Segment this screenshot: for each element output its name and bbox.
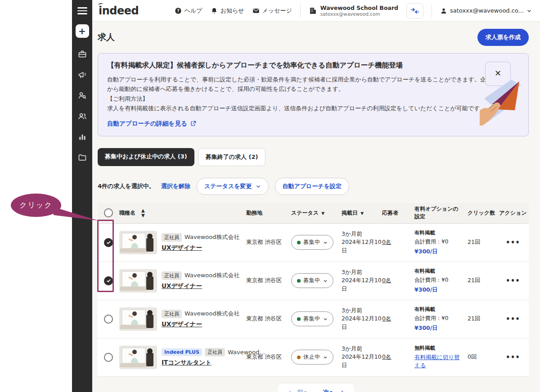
- analytics-bar-chart-icon[interactable]: [78, 132, 87, 141]
- job-title-link[interactable]: UXデザイナー: [162, 320, 202, 329]
- applicants-link[interactable]: 0名: [382, 353, 391, 360]
- building-icon: [309, 7, 317, 15]
- listing-type: 無料掲載: [414, 345, 463, 351]
- switch-to-paid-link[interactable]: 有料掲載に切り替える: [414, 353, 463, 370]
- hamburger-menu-icon[interactable]: [77, 5, 87, 16]
- candidates-people-icon[interactable]: [78, 112, 87, 121]
- table-row: Indeed PLUS 正社員 Wavewood... ITコンサルタント 東京…: [98, 338, 529, 377]
- svg-text:?: ?: [177, 9, 179, 13]
- folder-icon[interactable]: [78, 153, 87, 162]
- auto-approach-banner: ✕ 【有料掲載求人限定】候補者探しからアプローチまでを効率化できる自動アプローチ…: [98, 53, 529, 136]
- col-clicks: クリック数: [468, 209, 498, 217]
- table-row: 正社員 Wavewood株式会社 UXデザイナー 東京都 渋谷区 募集中: [98, 262, 529, 300]
- paper-plane-illustration: [480, 72, 525, 126]
- chevron-down-icon: [256, 184, 261, 189]
- status-dropdown[interactable]: 募集中: [291, 311, 333, 326]
- tab-open-and-paused-jobs[interactable]: 募集中および休止中の求人 (3): [98, 148, 194, 166]
- help-icon: ?: [175, 7, 182, 14]
- col-status[interactable]: ステータス ▼: [291, 209, 342, 217]
- indeed-plus-badge: Indeed PLUS: [162, 348, 202, 356]
- main-content: 求人 求人票を作成 ✕ 【有料掲載求人限定】候補者探しからアプローチまでを効率化…: [92, 22, 540, 392]
- select-all-checkbox[interactable]: [104, 208, 113, 217]
- campaigns-megaphone-icon[interactable]: [78, 70, 87, 79]
- applicants-link[interactable]: 0名: [382, 277, 391, 284]
- employment-type-badge: 正社員: [205, 348, 225, 356]
- applicants-link[interactable]: 0名: [382, 315, 391, 322]
- daily-budget-link[interactable]: ¥300/日: [414, 286, 438, 293]
- notifications-menu[interactable]: お知らせ: [211, 7, 244, 15]
- user-menu-label: satoxxx@wavewood.co...: [450, 7, 524, 14]
- help-label: ヘルプ: [184, 7, 202, 15]
- notifications-label: お知らせ: [220, 7, 244, 15]
- applicants-link[interactable]: 0名: [382, 239, 391, 245]
- create-job-button[interactable]: 求人票を作成: [477, 29, 529, 46]
- switch-account-button[interactable]: [406, 3, 423, 18]
- set-auto-approach-button[interactable]: 自動アプローチを設定: [275, 178, 350, 195]
- posted-date: 2024年12月10日: [342, 353, 382, 370]
- total-fee: 合計費用：¥0: [414, 315, 463, 322]
- job-title-link[interactable]: ITコンサルタント: [162, 359, 212, 367]
- job-title-link[interactable]: UXデザイナー: [162, 282, 202, 290]
- external-link-icon: [190, 120, 197, 127]
- banner-detail-link[interactable]: 自動アプローチの詳細を見る: [107, 120, 519, 128]
- swap-arrows-icon: [410, 7, 419, 14]
- employment-type-badge: 正社員: [162, 271, 182, 280]
- job-list-tabs: 募集中および休止中の求人 (3) 募集終了の求人 (2): [98, 148, 540, 166]
- pagination-next[interactable]: 次へ: [323, 388, 345, 392]
- sort-down-icon: ▼: [359, 211, 364, 216]
- daily-budget-link[interactable]: ¥300/日: [414, 324, 438, 331]
- col-job-title[interactable]: 職種名▲▼: [119, 208, 246, 218]
- bell-icon: [211, 7, 218, 14]
- job-title-link[interactable]: UXデザイナー: [162, 244, 202, 252]
- employment-type-badge: 正社員: [162, 310, 182, 318]
- status-dropdown[interactable]: 募集中: [291, 273, 333, 288]
- chevron-down-icon: [323, 355, 328, 360]
- banner-body-3: 求人を有料掲載後に表示される自動アプローチ送信設定画面より、送信条件および自動ア…: [107, 104, 503, 113]
- row-actions-menu[interactable]: •••: [506, 353, 520, 361]
- table-row: 正社員 Wavewood株式会社 UXデザイナー 東京都 渋谷区 募集中: [98, 224, 529, 262]
- col-posted[interactable]: 掲載日 ▼: [342, 209, 382, 217]
- row-checkbox[interactable]: [104, 315, 113, 324]
- jobs-briefcase-icon[interactable]: [78, 50, 87, 59]
- create-new-plus-button[interactable]: +: [76, 24, 89, 38]
- pagination: 前へ 次へ: [92, 383, 540, 392]
- page-title-bar: 求人 求人票を作成: [92, 22, 540, 50]
- row-checkbox[interactable]: [104, 238, 113, 247]
- col-paid-option: 有料オプションの設定: [414, 205, 468, 221]
- chevron-down-icon: [323, 317, 328, 321]
- account-name: Wavewood School Board: [320, 5, 398, 11]
- job-thumbnail: [119, 269, 157, 293]
- daily-budget-link[interactable]: ¥300/日: [414, 248, 438, 255]
- row-checkbox[interactable]: [104, 353, 113, 362]
- row-actions-menu[interactable]: •••: [506, 315, 520, 323]
- banner-body-1: 自動アプローチを利用することで、事前に設定した必須・歓迎条件を満たす候補者に採用…: [107, 75, 503, 94]
- listing-type: 有料掲載: [414, 268, 463, 275]
- status-dropdown[interactable]: 募集中: [291, 235, 333, 250]
- help-menu[interactable]: ? ヘルプ: [175, 7, 202, 15]
- job-location: 東京都 渋谷区: [246, 277, 291, 284]
- col-applicants: 応募者: [382, 209, 414, 217]
- company-name: Wavewood株式会社: [184, 233, 239, 241]
- posted-relative: 3か月前: [342, 345, 382, 353]
- clear-selection-link[interactable]: 選択を解除: [161, 182, 190, 190]
- candidate-search-icon[interactable]: [78, 91, 87, 100]
- employment-type-badge: 正社員: [162, 233, 182, 242]
- messages-menu[interactable]: メッセージ: [252, 7, 292, 15]
- account-block[interactable]: Wavewood School Board satoxxx@wavewood.c…: [309, 5, 398, 17]
- indeed-logo[interactable]: indeed: [99, 5, 139, 17]
- row-checkbox[interactable]: [104, 276, 113, 285]
- row-actions-menu[interactable]: •••: [506, 277, 520, 285]
- annotation-label: クリック: [19, 201, 53, 210]
- row-actions-menu[interactable]: •••: [506, 239, 520, 247]
- tab-closed-jobs[interactable]: 募集終了の求人 (2): [198, 148, 266, 166]
- status-dropdown[interactable]: 休止中: [291, 350, 333, 365]
- click-count: 21回: [468, 239, 498, 246]
- chevron-right-icon: [340, 390, 345, 392]
- status-dot: [297, 356, 301, 359]
- pagination-prev[interactable]: 前へ: [288, 388, 309, 392]
- user-menu[interactable]: satoxxx@wavewood.co...: [440, 7, 532, 14]
- posted-date: 2024年12月10日: [342, 238, 382, 255]
- divider: [300, 4, 301, 18]
- change-status-button[interactable]: ステータスを変更: [197, 178, 269, 195]
- posted-date: 2024年12月10日: [342, 276, 382, 293]
